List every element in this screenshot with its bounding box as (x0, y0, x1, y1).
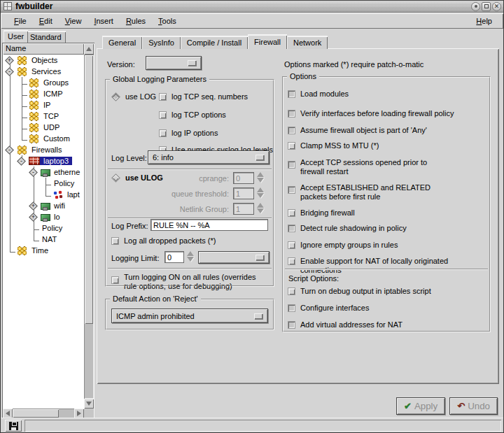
tree-item-ethernet[interactable]: - etherne (3, 166, 84, 178)
close-button[interactable]: ✕ (492, 2, 501, 11)
tab-standard[interactable]: Standard (26, 31, 66, 43)
netlink-group-spin-arrows[interactable] (256, 203, 265, 213)
ignore-empty-groups-checkbox[interactable]: Ignore empty groups in rules (288, 241, 398, 250)
shade-button[interactable] (471, 2, 480, 11)
tab-firewall[interactable]: Firewall (248, 34, 287, 49)
tree-item-wifi[interactable]: + wifi (3, 200, 84, 211)
checkbox-icon[interactable] (159, 93, 167, 101)
tab-compile-install[interactable]: Compile / Install (181, 36, 248, 49)
titlebar[interactable]: fwbuilder ✕ (1, 1, 503, 13)
version-combobox[interactable] (146, 56, 202, 70)
tree-item-firewalls[interactable]: - Firewalls (3, 144, 84, 155)
debug-output-checkbox[interactable]: Turn on debug output in iptables script (288, 287, 431, 296)
tree-item-tcp[interactable]: TCP (3, 111, 84, 122)
checkbox-icon[interactable] (288, 321, 295, 329)
tree-item-policy[interactable]: Policy (3, 222, 84, 234)
menu-view[interactable]: View (59, 15, 88, 27)
tab-sysinfo[interactable]: SysInfo (142, 36, 181, 49)
netlink-group-spinbox[interactable]: 1 (233, 203, 254, 215)
save-button[interactable] (5, 420, 22, 432)
log-dropped-checkbox[interactable]: Log all dropped packets (*) (111, 236, 216, 246)
maximize-button[interactable] (482, 2, 491, 11)
assume-firewall-any-checkbox[interactable]: Assume firewall object is part of 'Any' (288, 126, 427, 135)
clamp-mss-checkbox[interactable]: Clamp MSS to MTU (*) (288, 141, 379, 150)
checkbox-icon[interactable] (159, 111, 167, 119)
detect-shadowing-checkbox[interactable]: Detect rule shadowing in policy (288, 224, 407, 233)
vertical-scrollbar[interactable] (84, 55, 94, 399)
add-virtual-addresses-checkbox[interactable]: Add virtual addresses for NAT (288, 320, 402, 329)
menu-tools[interactable]: Tools (152, 15, 183, 27)
checkbox-icon[interactable] (288, 304, 295, 312)
horizontal-scrollbar[interactable] (3, 409, 84, 418)
tree-item-icmp[interactable]: ICMP (3, 88, 84, 99)
tab-general[interactable]: General (102, 36, 142, 49)
checkbox-icon[interactable] (288, 288, 295, 295)
radio-icon[interactable] (111, 173, 120, 183)
scroll-down-arrow[interactable] (84, 399, 94, 409)
menu-rules[interactable]: Rules (120, 15, 152, 27)
queue-threshold-spinbox[interactable]: 1 (233, 187, 254, 199)
log-tcp-options-checkbox[interactable]: log TCP options (159, 111, 226, 120)
expander-icon[interactable]: - (29, 168, 38, 177)
checkbox-icon[interactable] (288, 225, 295, 232)
scroll-up-arrow[interactable] (84, 43, 94, 55)
menu-insert[interactable]: Insert (88, 15, 120, 27)
tree-item-laptop-addr[interactable]: lapt (3, 189, 84, 200)
checkbox-icon[interactable] (111, 237, 119, 245)
menu-edit[interactable]: Edit (33, 15, 59, 27)
checkbox-icon[interactable] (111, 276, 119, 284)
tree-item-objects[interactable]: + Objects (3, 55, 84, 66)
use-log-radio[interactable]: use LOG (111, 92, 156, 101)
accept-tcp-sessions-checkbox[interactable]: Accept TCP sessions opened prior to fire… (288, 158, 427, 176)
checkbox-icon[interactable] (159, 129, 167, 137)
checkbox-icon[interactable] (288, 127, 295, 134)
logging-limit-spinbox[interactable]: 0 (164, 251, 184, 263)
tab-network[interactable]: Network (287, 36, 328, 49)
cprange-spin-arrows[interactable] (256, 172, 265, 183)
checkbox-icon[interactable] (288, 241, 295, 249)
scroll-right-arrow[interactable] (74, 409, 84, 418)
nat-local-connections-checkbox[interactable]: Enable support for NAT of locally origin… (288, 257, 490, 275)
log-ip-options-checkbox[interactable]: log IP options (159, 129, 218, 138)
verify-interfaces-checkbox[interactable]: Verify interfaces before loading firewal… (288, 109, 454, 118)
checkbox-icon[interactable] (288, 209, 295, 217)
log-prefix-input[interactable] (150, 219, 268, 231)
logging-limit-combobox[interactable] (198, 251, 270, 264)
tree-item-ip[interactable]: IP (3, 99, 84, 111)
vertical-scroll-thumb[interactable] (85, 55, 93, 324)
tab-user[interactable]: User (4, 30, 28, 43)
logging-limit-spin-arrows[interactable] (186, 251, 195, 262)
expander-icon[interactable]: - (17, 157, 26, 166)
log-level-combobox[interactable]: 6: info (148, 150, 270, 164)
turn-logging-on-checkbox[interactable]: Turn logging ON on all rules (overrides … (111, 273, 256, 291)
tree-column-header[interactable]: Name (3, 43, 84, 55)
checkbox-icon[interactable] (288, 110, 295, 118)
bridging-firewall-checkbox[interactable]: Bridging firewall (288, 208, 355, 218)
scroll-left-arrow[interactable] (3, 409, 13, 418)
checkbox-icon[interactable] (288, 161, 295, 169)
horizontal-scroll-thumb[interactable] (13, 409, 59, 418)
checkbox-icon[interactable] (288, 142, 295, 150)
accept-established-checkbox[interactable]: Accept ESTABLISHED and RELATED packets b… (288, 183, 430, 201)
tree-item-custom[interactable]: Custom (3, 133, 84, 144)
tree-item-nat[interactable]: NAT (3, 234, 84, 245)
queue-threshold-spin-arrows[interactable] (256, 187, 265, 198)
tree-item-time[interactable]: Time (3, 245, 84, 256)
checkbox-icon[interactable] (288, 257, 295, 265)
expander-icon[interactable]: - (5, 67, 14, 76)
radio-icon[interactable] (111, 92, 120, 101)
tree-item-lo[interactable]: + lo (3, 211, 84, 222)
checkbox-icon[interactable] (288, 186, 295, 194)
apply-button[interactable]: ✔ Apply (396, 397, 445, 415)
menu-help[interactable]: Help (472, 15, 496, 27)
use-ulog-radio[interactable]: use ULOG (111, 173, 163, 183)
configure-interfaces-checkbox[interactable]: Configure interfaces (288, 304, 369, 313)
load-modules-checkbox[interactable]: Load modules (288, 90, 349, 99)
tree-item-groups[interactable]: Groups (3, 77, 84, 88)
undo-button[interactable]: ↶ Undo (449, 397, 498, 415)
log-tcp-seq-checkbox[interactable]: log TCP seq. numbers (159, 92, 248, 101)
cprange-spinbox[interactable]: 0 (233, 172, 254, 184)
menu-file[interactable]: File (8, 15, 33, 27)
tree-item-policy-eth[interactable]: Policy (3, 178, 84, 189)
default-action-combobox[interactable]: ICMP admin prohibited (111, 308, 268, 323)
